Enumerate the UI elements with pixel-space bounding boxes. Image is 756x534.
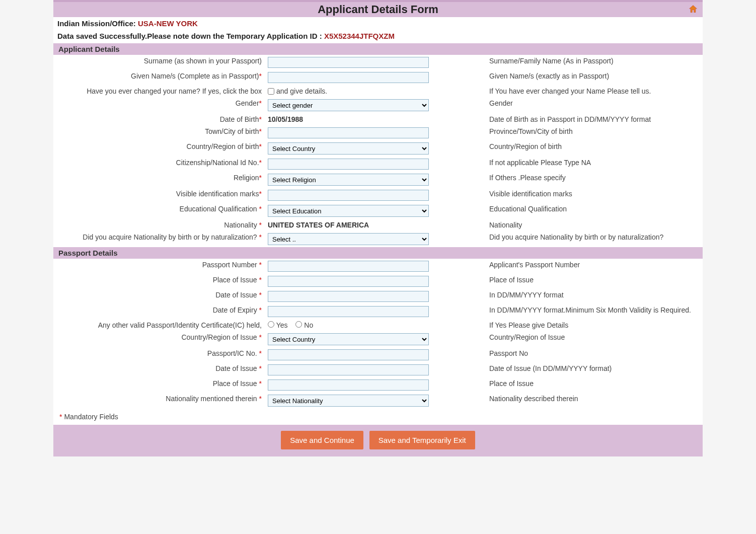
footer-bar: Save and Continue Save and Temporarily E… [53, 425, 703, 456]
save-continue-button[interactable]: Save and Continue [281, 431, 363, 449]
other-date-issue-label: Date of Issue [215, 364, 259, 372]
nationality-value: UNITED STATES OF AMERICA [268, 221, 369, 229]
given-name-input[interactable] [268, 72, 429, 83]
gender-select[interactable]: Select gender [268, 99, 429, 111]
pp-date-expiry-label: Date of Expiry [213, 306, 259, 314]
section-passport-details: Passport Details [53, 247, 703, 259]
pp-place-issue-label: Place of Issue [213, 276, 259, 284]
other-ppno-help: Passport No [486, 347, 703, 362]
nat-acquire-label: Did you acquire Nationality by birth or … [83, 233, 259, 241]
page-title: Applicant Details Form [53, 3, 703, 16]
education-select[interactable]: Select Education [268, 205, 429, 217]
town-help: Province/Town/City of birth [486, 125, 703, 140]
other-nat-label: Nationality mentioned therein [166, 395, 259, 403]
mission-label: Indian Mission/Office: [57, 19, 138, 28]
surname-label: Surname (as shown in your Passport) [144, 57, 262, 65]
pp-date-expiry-input[interactable] [268, 306, 429, 317]
other-country-help: Country/Region of Issue [486, 331, 703, 347]
nat-acquire-select[interactable]: Select .. [268, 233, 429, 245]
other-pp-label: Any other valid Passport/Identity Certif… [98, 321, 262, 329]
name-change-checkbox[interactable] [268, 88, 274, 95]
marks-help: Visible identification marks [486, 188, 703, 203]
country-birth-help: Country/Region of birth [486, 140, 703, 157]
dob-value: 10/05/1988 [268, 115, 303, 123]
town-input[interactable] [268, 127, 429, 138]
dob-help: Date of Birth as in Passport in DD/MM/YY… [486, 113, 703, 125]
other-place-issue-label: Place of Issue [213, 379, 259, 388]
status-prefix: Data saved Successfully.Please note down… [57, 32, 324, 40]
pp-place-issue-input[interactable] [268, 276, 429, 287]
status-bar: Data saved Successfully.Please note down… [53, 29, 703, 43]
religion-help: If Others .Please specify [486, 172, 703, 188]
other-pp-yes-radio[interactable] [268, 321, 274, 328]
name-change-suffix: and give details. [276, 87, 327, 95]
other-date-issue-help: Date of Issue (In DD/MM/YYYY format) [486, 362, 703, 377]
other-date-issue-input[interactable] [268, 364, 429, 375]
town-label: Town/City of birth [205, 127, 259, 135]
name-change-help: If You have ever changed your Name Pleas… [486, 85, 703, 97]
nat-acquire-help: Did you acquire Nationality by birth or … [486, 231, 703, 247]
section-applicant-details: Applicant Details [53, 43, 703, 55]
other-nat-select[interactable]: Select Nationality [268, 395, 429, 407]
surname-help: Surname/Family Name (As in Passport) [486, 55, 703, 70]
pp-date-expiry-help: In DD/MM/YYYY format.Minimum Six Month V… [486, 304, 703, 319]
surname-input[interactable] [268, 57, 429, 68]
given-name-label: Given Name/s (Complete as in Passport) [131, 72, 259, 80]
other-country-select[interactable]: Select Country [268, 333, 429, 345]
title-bar: Applicant Details Form [53, 0, 703, 17]
other-pp-help: If Yes Please give Details [486, 319, 703, 331]
religion-select[interactable]: Select Religion [268, 174, 429, 186]
marks-input[interactable] [268, 190, 429, 201]
marks-label: Visible identification marks [176, 190, 259, 198]
other-country-label: Country/Region of Issue [181, 333, 259, 341]
mandatory-note: *Mandatory Fields [53, 409, 703, 425]
application-id: X5X52344JTFQXZM [324, 32, 395, 40]
gender-help: Gender [486, 97, 703, 113]
education-label: Educational Qualification [180, 205, 259, 213]
mission-info: Indian Mission/Office: USA-NEW YORK [53, 17, 703, 29]
pp-date-issue-label: Date of Issue [215, 291, 259, 299]
nationality-label: Nationality [224, 221, 259, 229]
pp-date-issue-input[interactable] [268, 291, 429, 302]
pp-place-issue-help: Place of Issue [486, 274, 703, 289]
other-ppno-input[interactable] [268, 349, 429, 360]
other-place-issue-input[interactable] [268, 379, 429, 391]
country-birth-label: Country/Region of birth [187, 142, 259, 150]
citizen-id-label: Citizenship/National Id No. [176, 159, 259, 167]
other-pp-no-radio[interactable] [295, 321, 302, 328]
pp-number-input[interactable] [268, 261, 429, 272]
citizen-id-help: If not applicable Please Type NA [486, 157, 703, 172]
other-nat-help: Nationality described therein [486, 393, 703, 409]
gender-label: Gender [236, 99, 259, 107]
religion-label: Religion [234, 174, 259, 182]
other-place-issue-help: Place of Issue [486, 377, 703, 393]
country-birth-select[interactable]: Select Country [268, 142, 429, 155]
other-ppno-label: Passport/IC No. [207, 349, 259, 357]
save-exit-button[interactable]: Save and Temporarily Exit [369, 431, 475, 449]
nationality-help: Nationality [486, 219, 703, 231]
pp-number-help: Applicant's Passport Number [486, 259, 703, 274]
home-icon[interactable] [688, 4, 699, 14]
pp-date-issue-help: In DD/MM/YYYY format [486, 289, 703, 304]
education-help: Educational Qualification [486, 203, 703, 219]
pp-number-label: Passport Number [202, 261, 259, 269]
citizen-id-input[interactable] [268, 159, 429, 170]
given-name-help: Given Name/s (exactly as in Passport) [486, 70, 703, 85]
mission-value: USA-NEW YORK [138, 19, 198, 28]
dob-label: Date of Birth [220, 115, 259, 123]
name-change-label: Have you ever changed your name? If yes,… [87, 87, 262, 95]
